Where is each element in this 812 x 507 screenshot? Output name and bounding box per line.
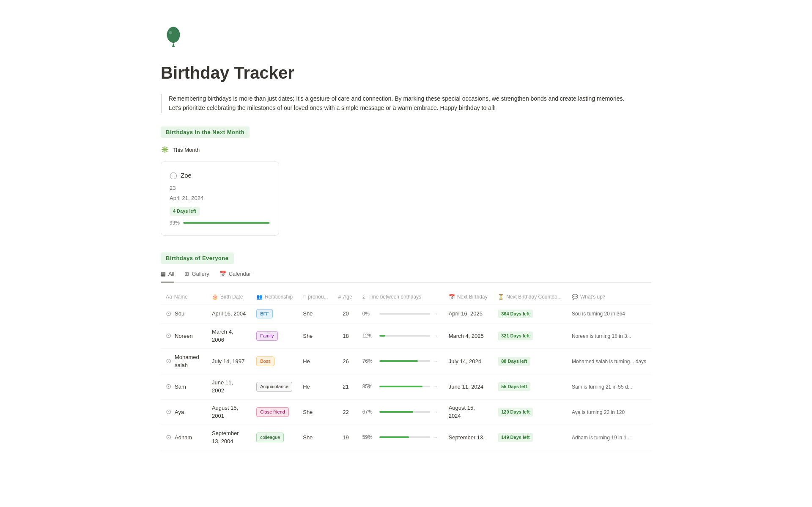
progress-label: 99% bbox=[170, 219, 180, 227]
col-label-birth_date: Birth Date bbox=[220, 293, 243, 301]
whats-up-text: Mohamed salah is turning... days bbox=[572, 359, 646, 364]
arrow-icon: → bbox=[433, 383, 438, 390]
col-icon-next_birthday: 📅 bbox=[449, 293, 455, 301]
col-header-countdown: ⏳Next Birthday Countdo... bbox=[493, 290, 567, 304]
whats-up-text: Sou is turning 20 in 364 bbox=[572, 311, 625, 317]
cell-birth-date: August 15, 2001 bbox=[207, 399, 251, 425]
col-icon-time_between: Σ bbox=[362, 293, 365, 301]
arrow-icon: → bbox=[433, 332, 438, 340]
cell-time-between: 0% → bbox=[357, 304, 444, 323]
cell-relationship: Acquaintance bbox=[251, 374, 298, 399]
col-label-pronouns: pronou... bbox=[308, 293, 328, 301]
cell-age: 26 bbox=[333, 348, 357, 374]
tbl-progress-bg bbox=[379, 436, 430, 438]
cell-pronouns: She bbox=[298, 399, 333, 425]
cell-age: 18 bbox=[333, 323, 357, 348]
cell-name: ⊙ Noreen bbox=[161, 323, 207, 348]
countdown-badge: 364 Days left bbox=[498, 310, 533, 318]
progress-bar-bg bbox=[183, 222, 270, 224]
rel-badge: Family bbox=[256, 331, 277, 341]
whats-up-text: Sam is turning 21 in 55 d... bbox=[572, 384, 632, 390]
cell-name: ⊙ Adham bbox=[161, 425, 207, 450]
table-row: ⊙ Sou April 16, 2004 BFF She 20 0% → Apr… bbox=[161, 304, 651, 323]
arrow-icon: → bbox=[433, 408, 438, 416]
col-icon-whats_up: 💬 bbox=[572, 293, 578, 301]
col-icon-countdown: ⏳ bbox=[498, 293, 504, 301]
cell-relationship: BFF bbox=[251, 304, 298, 323]
tbl-progress-fill bbox=[379, 360, 418, 362]
cell-time-between: 59% → bbox=[357, 425, 444, 450]
tbl-progress-fill bbox=[379, 335, 385, 337]
cell-relationship: Family bbox=[251, 323, 298, 348]
name-text: Adham bbox=[175, 433, 192, 442]
tab-icon-calendar: 📅 bbox=[219, 270, 226, 278]
col-label-time_between: Time between birthdays bbox=[368, 293, 421, 301]
col-icon-pronouns: ≡ bbox=[303, 293, 306, 301]
name-text: Mohamed salah bbox=[175, 353, 202, 370]
cell-whats-up: Aya is turning 22 in 120 bbox=[567, 399, 651, 425]
tab-gallery[interactable]: ⊞Gallery bbox=[184, 270, 209, 282]
whats-up-text: Aya is turning 22 in 120 bbox=[572, 409, 625, 415]
col-label-whats_up: What's up? bbox=[580, 293, 606, 301]
col-header-relationship: 👥Relationship bbox=[251, 290, 298, 304]
cell-name: ⊙ Mohamed salah bbox=[161, 348, 207, 374]
user-icon: ◯ bbox=[170, 170, 177, 181]
tbl-progress-fill bbox=[379, 436, 409, 438]
countdown-badge: 120 Days left bbox=[498, 408, 533, 417]
col-label-next_birthday: Next Birthday bbox=[457, 293, 488, 301]
cell-birth-date: June 11, 2002 bbox=[207, 374, 251, 399]
col-icon-birth_date: 🎂 bbox=[212, 293, 218, 301]
page-description: Remembering birthdays is more than just … bbox=[161, 94, 626, 113]
name-text: Noreen bbox=[175, 332, 193, 340]
rel-badge: BFF bbox=[256, 309, 273, 319]
cell-age: 20 bbox=[333, 304, 357, 323]
days-badge: 4 Days left bbox=[170, 207, 200, 216]
cell-relationship: colleague bbox=[251, 425, 298, 450]
cell-pronouns: She bbox=[298, 304, 333, 323]
cell-time-between: 67% → bbox=[357, 399, 444, 425]
tab-calendar[interactable]: 📅Calendar bbox=[219, 270, 251, 282]
cell-countdown: 321 Days left bbox=[493, 323, 567, 348]
rel-badge: Close friend bbox=[256, 407, 289, 417]
user-icon: ⊙ bbox=[166, 432, 171, 442]
col-header-time_between: ΣTime between birthdays bbox=[357, 290, 444, 304]
cell-countdown: 120 Days left bbox=[493, 399, 567, 425]
tab-all[interactable]: ▦All bbox=[161, 270, 174, 282]
cell-countdown: 88 Days left bbox=[493, 348, 567, 374]
tbl-progress-bg bbox=[379, 411, 430, 413]
cell-whats-up: Sam is turning 21 in 55 d... bbox=[567, 374, 651, 399]
user-icon: ⊙ bbox=[166, 309, 171, 319]
tab-label-gallery: Gallery bbox=[192, 270, 209, 278]
cell-age: 22 bbox=[333, 399, 357, 425]
rel-badge: colleague bbox=[256, 433, 284, 442]
col-header-name: AaName bbox=[161, 290, 207, 304]
tbl-progress-bg bbox=[379, 386, 430, 387]
tbl-progress-fill bbox=[379, 386, 422, 387]
cell-birth-date: April 16, 2004 bbox=[207, 304, 251, 323]
col-icon-name: Aa bbox=[166, 293, 172, 301]
cell-pronouns: He bbox=[298, 348, 333, 374]
cell-next-birthday: March 4, 2025 bbox=[444, 323, 493, 348]
cell-time-between: 76% → bbox=[357, 348, 444, 374]
cell-next-birthday: September 13, bbox=[444, 425, 493, 450]
card-date: April 21, 2024 bbox=[170, 194, 270, 203]
cell-pronouns: She bbox=[298, 425, 333, 450]
col-header-birth_date: 🎂Birth Date bbox=[207, 290, 251, 304]
col-header-age: #Age bbox=[333, 290, 357, 304]
cell-name: ⊙ Aya bbox=[161, 399, 207, 425]
whats-up-text: Adham is turning 19 in 1... bbox=[572, 435, 631, 441]
user-icon: ⊙ bbox=[166, 331, 171, 341]
cell-name: ⊙ Sou bbox=[161, 304, 207, 323]
countdown-badge: 149 Days left bbox=[498, 433, 533, 442]
col-icon-age: # bbox=[338, 293, 341, 301]
rel-badge: Acquaintance bbox=[256, 382, 292, 392]
cell-birth-date: July 14, 1997 bbox=[207, 348, 251, 374]
tab-row: ▦All⊞Gallery📅Calendar bbox=[161, 270, 651, 283]
col-label-relationship: Relationship bbox=[265, 293, 293, 301]
svg-point-1 bbox=[169, 31, 172, 34]
cell-whats-up: Noreen is turning 18 in 3... bbox=[567, 323, 651, 348]
table-row: ⊙ Aya August 15, 2001 Close friend She 2… bbox=[161, 399, 651, 425]
arrow-icon: → bbox=[433, 434, 438, 441]
cell-age: 21 bbox=[333, 374, 357, 399]
cell-next-birthday: June 11, 2024 bbox=[444, 374, 493, 399]
